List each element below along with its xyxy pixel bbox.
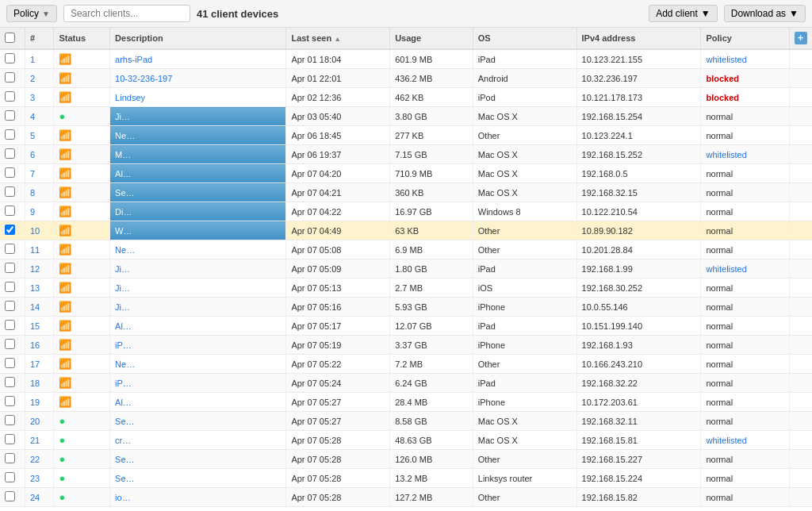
row-number[interactable]: 21: [25, 431, 54, 450]
row-number[interactable]: 15: [25, 317, 54, 336]
row-checkbox-cell[interactable]: [0, 259, 25, 279]
row-checkbox[interactable]: [5, 472, 15, 482]
row-checkbox[interactable]: [5, 301, 15, 311]
row-description[interactable]: Se…: [110, 507, 286, 509]
row-checkbox[interactable]: [5, 415, 15, 425]
row-number[interactable]: 1: [25, 49, 54, 69]
row-checkbox[interactable]: [5, 282, 15, 292]
row-checkbox[interactable]: [5, 167, 15, 178]
row-number[interactable]: 12: [25, 259, 54, 279]
row-checkbox-cell[interactable]: [0, 412, 25, 431]
header-policy[interactable]: Policy: [701, 28, 789, 49]
row-number[interactable]: 23: [25, 469, 54, 488]
row-checkbox[interactable]: [5, 206, 15, 216]
row-checkbox-cell[interactable]: [0, 107, 25, 126]
header-description[interactable]: Description: [110, 28, 286, 49]
row-checkbox-cell[interactable]: [0, 336, 25, 355]
row-checkbox-cell[interactable]: [0, 317, 25, 336]
row-checkbox-cell[interactable]: [0, 88, 25, 107]
row-description[interactable]: cr…: [110, 431, 286, 450]
description-link[interactable]: 10-32-236-197: [115, 74, 172, 83]
header-os[interactable]: OS: [473, 28, 576, 49]
row-number[interactable]: 22: [25, 450, 54, 469]
row-description[interactable]: iP…: [110, 374, 286, 393]
header-last-seen[interactable]: Last seen ▲: [286, 28, 390, 49]
row-description[interactable]: M…: [110, 145, 286, 164]
row-number[interactable]: 16: [25, 336, 54, 355]
row-checkbox-cell[interactable]: [0, 69, 25, 88]
row-checkbox-cell[interactable]: [0, 469, 25, 488]
row-checkbox-cell[interactable]: [0, 221, 25, 240]
row-checkbox-cell[interactable]: [0, 49, 25, 69]
row-number[interactable]: 9: [25, 202, 54, 221]
row-description[interactable]: W…: [110, 221, 286, 240]
row-checkbox[interactable]: [5, 225, 15, 235]
header-plus[interactable]: +: [789, 28, 812, 49]
add-client-button[interactable]: Add client ▼: [649, 5, 718, 22]
row-description[interactable]: Se…: [110, 183, 286, 202]
header-usage[interactable]: Usage: [390, 28, 473, 49]
row-checkbox-cell[interactable]: [0, 164, 25, 183]
row-description[interactable]: 10-32-236-197: [110, 69, 286, 88]
description-link[interactable]: arhs-iPad: [115, 55, 152, 64]
select-all-checkbox[interactable]: [5, 33, 15, 43]
row-checkbox[interactable]: [5, 320, 15, 330]
row-number[interactable]: 25: [25, 507, 54, 509]
row-description[interactable]: arhs-iPad: [110, 49, 286, 69]
row-checkbox-cell[interactable]: [0, 393, 25, 412]
row-checkbox[interactable]: [5, 491, 15, 501]
row-number[interactable]: 10: [25, 221, 54, 240]
row-number[interactable]: 19: [25, 393, 54, 412]
row-number[interactable]: 7: [25, 164, 54, 183]
search-input[interactable]: [63, 5, 190, 22]
policy-button[interactable]: Policy ▼: [6, 5, 57, 22]
header-status[interactable]: Status: [54, 28, 110, 49]
row-description[interactable]: Ji…: [110, 279, 286, 298]
row-checkbox[interactable]: [5, 110, 15, 121]
row-checkbox-cell[interactable]: [0, 145, 25, 164]
row-checkbox[interactable]: [5, 186, 15, 197]
header-checkbox[interactable]: [0, 28, 25, 49]
row-checkbox[interactable]: [5, 377, 15, 387]
row-number[interactable]: 2: [25, 69, 54, 88]
row-checkbox[interactable]: [5, 453, 15, 463]
header-ipv4[interactable]: IPv4 address: [576, 28, 701, 49]
row-checkbox[interactable]: [5, 339, 15, 349]
row-description[interactable]: Lindsey: [110, 88, 286, 107]
row-description[interactable]: Al…: [110, 164, 286, 183]
row-description[interactable]: Ne…: [110, 126, 286, 145]
row-checkbox-cell[interactable]: [0, 431, 25, 450]
row-checkbox[interactable]: [5, 434, 15, 444]
row-checkbox-cell[interactable]: [0, 450, 25, 469]
row-description[interactable]: Al…: [110, 393, 286, 412]
description-link[interactable]: Lindsey: [115, 93, 145, 102]
row-checkbox[interactable]: [5, 72, 15, 83]
row-checkbox[interactable]: [5, 91, 15, 102]
row-number[interactable]: 17: [25, 355, 54, 374]
row-checkbox-cell[interactable]: [0, 279, 25, 298]
row-description[interactable]: Ne…: [110, 355, 286, 374]
row-checkbox-cell[interactable]: [0, 507, 25, 509]
row-checkbox[interactable]: [5, 396, 15, 406]
row-number[interactable]: 4: [25, 107, 54, 126]
row-description[interactable]: Al…: [110, 317, 286, 336]
row-number[interactable]: 24: [25, 488, 54, 507]
row-number[interactable]: 5: [25, 126, 54, 145]
row-checkbox[interactable]: [5, 263, 15, 273]
row-number[interactable]: 6: [25, 145, 54, 164]
row-description[interactable]: Se…: [110, 450, 286, 469]
row-number[interactable]: 13: [25, 279, 54, 298]
row-description[interactable]: iP…: [110, 336, 286, 355]
row-description[interactable]: Se…: [110, 469, 286, 488]
row-description[interactable]: Ji…: [110, 298, 286, 317]
row-description[interactable]: io…: [110, 488, 286, 507]
row-description[interactable]: Se…: [110, 412, 286, 431]
row-checkbox-cell[interactable]: [0, 202, 25, 221]
row-number[interactable]: 8: [25, 183, 54, 202]
row-checkbox[interactable]: [5, 244, 15, 254]
row-checkbox-cell[interactable]: [0, 126, 25, 145]
row-description[interactable]: Ji…: [110, 259, 286, 279]
row-number[interactable]: 18: [25, 374, 54, 393]
row-number[interactable]: 11: [25, 240, 54, 259]
row-checkbox-cell[interactable]: [0, 240, 25, 259]
